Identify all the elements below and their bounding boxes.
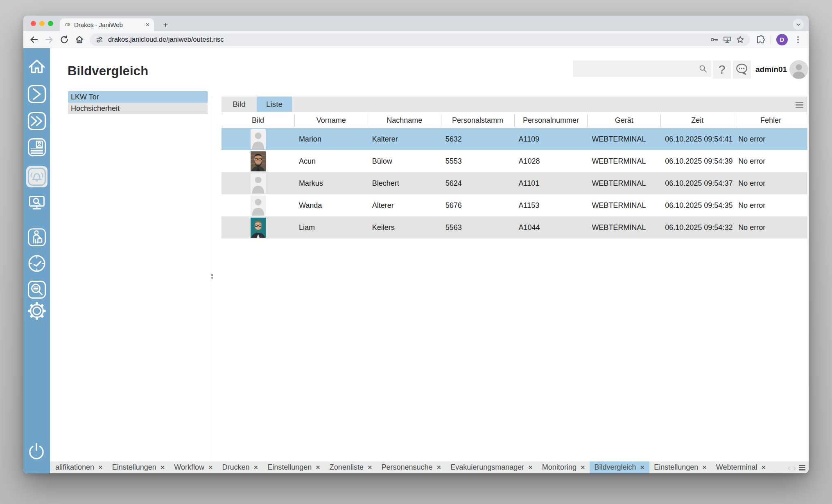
view-tab-strip: Bild Liste: [222, 97, 807, 112]
table-column-header[interactable]: Zeit: [661, 114, 734, 127]
minimize-window-button[interactable]: [39, 21, 45, 26]
site-settings-icon[interactable]: [95, 35, 104, 44]
table-column-header[interactable]: Nachname: [368, 114, 441, 127]
open-tab[interactable]: alifikationen ✕: [51, 461, 108, 473]
open-tab-close-icon[interactable]: ✕: [580, 464, 586, 471]
open-tab-close-icon[interactable]: ✕: [253, 464, 259, 471]
table-column-header[interactable]: Vorname: [295, 114, 368, 127]
id-card-icon[interactable]: [26, 137, 47, 158]
bookmark-star-icon[interactable]: [736, 35, 745, 44]
extensions-puzzle-icon[interactable]: [755, 35, 765, 45]
bell-icon[interactable]: [26, 166, 47, 187]
open-tab-close-icon[interactable]: ✕: [160, 464, 165, 471]
panel-splitter[interactable]: [212, 97, 212, 461]
browser-toolbar: drakos.janicloud.de/janiweb/outest.risc …: [23, 31, 809, 48]
table-row[interactable]: Marion Kalterer 5632 A1109 WEBTERMINAL 0…: [222, 128, 807, 150]
app-content: Bildvergleich ? admin01 LKW Tor: [23, 48, 809, 473]
tab-close-icon[interactable]: ✕: [145, 22, 150, 28]
page-title: Bildvergleich: [68, 64, 148, 79]
zone-list-item[interactable]: LKW Tor: [68, 91, 208, 103]
chevron-right-icon[interactable]: [26, 83, 47, 105]
scroll-tabs-right-icon[interactable]: ›: [793, 464, 796, 472]
table-column-header[interactable]: Fehler: [734, 114, 807, 127]
gear-icon[interactable]: [26, 300, 47, 322]
table-row[interactable]: Markus Blechert 5624 A1101 WEBTERMINAL 0…: [222, 172, 807, 194]
cell-personalnummer: A1153: [515, 194, 588, 216]
user-avatar[interactable]: [789, 60, 808, 79]
browser-tab-title: Drakos - JaniWeb: [74, 21, 142, 28]
browser-tab-strip: Drakos - JaniWeb ✕ +: [23, 16, 809, 31]
open-tab-close-icon[interactable]: ✕: [528, 464, 533, 471]
home-icon[interactable]: [26, 56, 47, 77]
open-tab[interactable]: Einstellungen ✕: [263, 461, 325, 473]
app-search-input[interactable]: [573, 61, 711, 77]
table-column-header[interactable]: Bild: [222, 114, 295, 127]
open-tab-close-icon[interactable]: ✕: [702, 464, 707, 471]
open-tab[interactable]: Personensuche ✕: [377, 461, 446, 473]
forward-icon[interactable]: [44, 35, 54, 45]
tabs-overflow-menu-icon[interactable]: [799, 465, 805, 470]
browser-menu-dots-icon[interactable]: [793, 35, 803, 45]
browser-home-icon[interactable]: [75, 35, 84, 45]
cell-personalstamm: 5632: [441, 128, 515, 150]
view-tab[interactable]: Liste: [257, 97, 292, 112]
double-chevron-icon[interactable]: [26, 110, 47, 132]
back-icon[interactable]: [29, 35, 39, 45]
column-header-label: Personalstamm: [452, 116, 503, 125]
open-tab[interactable]: Webterminal ✕: [712, 461, 771, 473]
chat-button[interactable]: [733, 61, 751, 79]
reload-icon[interactable]: [59, 35, 69, 45]
open-tab-close-icon[interactable]: ✕: [436, 464, 442, 471]
install-app-icon[interactable]: [723, 35, 732, 44]
open-tab[interactable]: Monitoring ✕: [538, 461, 590, 473]
open-tab[interactable]: Zonenliste ✕: [325, 461, 377, 473]
table-column-header[interactable]: Personalstamm: [441, 114, 515, 127]
portrait-photo: [251, 218, 266, 238]
open-tab-close-icon[interactable]: ✕: [367, 464, 373, 471]
open-tab-close-icon[interactable]: ✕: [315, 464, 321, 471]
table-row[interactable]: Wanda Alterer 5676 A1153 WEBTERMINAL 06.…: [222, 194, 807, 216]
table-column-header[interactable]: Gerät: [588, 114, 661, 127]
open-tab[interactable]: Drucken ✕: [218, 461, 263, 473]
list-search-icon[interactable]: [26, 279, 47, 300]
view-tab[interactable]: Bild: [222, 97, 257, 112]
close-window-button[interactable]: [31, 21, 36, 26]
portrait-photo: [251, 151, 266, 171]
open-tab[interactable]: Evakuierungsmanager ✕: [446, 461, 538, 473]
column-header-label: Fehler: [760, 116, 781, 125]
person-briefcase-icon[interactable]: [26, 227, 47, 248]
cell-bild: [222, 128, 295, 150]
clock-icon[interactable]: [26, 253, 47, 274]
zone-list-item[interactable]: Hochsicherheit: [68, 103, 208, 114]
power-icon[interactable]: [26, 441, 47, 463]
open-tab[interactable]: Einstellungen ✕: [649, 461, 712, 473]
table-column-header[interactable]: Personalnummer: [515, 114, 588, 127]
cell-bild: [222, 194, 295, 216]
column-header-label: Personalnummer: [523, 116, 579, 125]
open-tab-close-icon[interactable]: ✕: [761, 464, 766, 471]
help-button[interactable]: ?: [713, 61, 731, 79]
open-tab-close-icon[interactable]: ✕: [98, 464, 103, 471]
open-tab-label: Evakuierungsmanager: [450, 463, 524, 472]
table-row[interactable]: Liam Keilers 5563 A1044 WEBTERMINAL 06.1…: [222, 216, 807, 239]
splitter-grip-icon[interactable]: [211, 272, 213, 280]
open-tab[interactable]: Einstellungen ✕: [108, 461, 170, 473]
table-row[interactable]: Acun Bülow 5553 A1028 WEBTERMINAL 06.10.…: [222, 150, 807, 172]
tab-search-button[interactable]: [793, 19, 804, 30]
password-key-icon[interactable]: [710, 35, 719, 44]
address-bar[interactable]: drakos.janicloud.de/janiweb/outest.risc: [90, 34, 750, 46]
cell-geraet: WEBTERMINAL: [588, 194, 661, 216]
column-header-label: Nachname: [387, 116, 422, 125]
cell-bild: [222, 172, 295, 194]
new-tab-button[interactable]: +: [160, 19, 171, 30]
open-tab[interactable]: Bildvergleich ✕: [590, 461, 649, 473]
browser-profile-avatar[interactable]: D: [776, 34, 788, 45]
table-menu-icon[interactable]: [796, 102, 803, 108]
zoom-window-button[interactable]: [48, 21, 53, 26]
open-tab-close-icon[interactable]: ✕: [208, 464, 213, 471]
open-tab-close-icon[interactable]: ✕: [640, 464, 645, 471]
scroll-tabs-left-icon[interactable]: ‹: [788, 464, 791, 472]
monitor-search-icon[interactable]: [26, 192, 47, 214]
browser-tab[interactable]: Drakos - JaniWeb ✕: [60, 18, 154, 31]
open-tab[interactable]: Workflow ✕: [170, 461, 217, 473]
